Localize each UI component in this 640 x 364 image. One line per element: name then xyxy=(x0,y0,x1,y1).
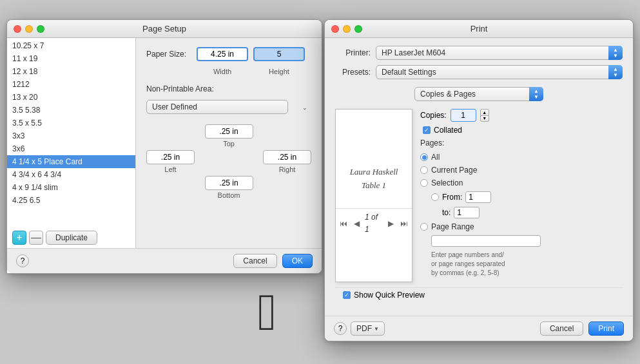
page-range-input[interactable] xyxy=(431,235,541,247)
radio-from-to[interactable] xyxy=(431,193,439,201)
last-page-button[interactable]: ⏭ xyxy=(399,218,409,229)
close-button[interactable] xyxy=(14,25,21,33)
page-setup-help-button[interactable]: ? xyxy=(16,254,29,267)
print-cancel-button[interactable]: Cancel xyxy=(540,321,583,336)
paper-list-item[interactable]: 4 1/4 x 5 Place Card xyxy=(7,155,135,168)
presets-label: Presets: xyxy=(335,68,371,77)
paper-list-item[interactable]: 4.25 6.5 xyxy=(7,194,135,207)
quick-preview-checkbox[interactable]: ✓ xyxy=(343,291,351,299)
copies-stepper: ▲ ▼ xyxy=(480,109,489,122)
to-input[interactable] xyxy=(454,207,480,218)
radio-page-range-row: Page Range xyxy=(420,222,623,231)
minimize-button[interactable] xyxy=(25,25,33,33)
printer-select[interactable]: HP LaserJet M604 xyxy=(376,46,623,60)
paper-list-item[interactable]: 11 x 19 xyxy=(7,52,135,65)
remove-paper-button[interactable]: — xyxy=(29,231,43,245)
radio-selection[interactable] xyxy=(420,179,428,187)
pages-label: Pages: xyxy=(420,139,623,148)
copies-increment-button[interactable]: ▲ xyxy=(480,109,489,116)
lr-margin-row: Left Right xyxy=(146,150,311,173)
print-traffic-lights xyxy=(331,25,362,33)
bottom-margin-input[interactable] xyxy=(205,176,253,190)
height-label: Height xyxy=(253,68,305,75)
prev-page-button[interactable]: ◀ xyxy=(353,218,361,229)
collated-label: Collated xyxy=(434,126,462,135)
presets-select[interactable]: Default Settings xyxy=(376,65,623,79)
from-row: From: xyxy=(431,191,623,203)
left-margin-input[interactable] xyxy=(146,150,195,164)
print-nav: ⏮ ◀ 1 of 1 ▶ ⏭ xyxy=(336,208,412,238)
non-printable-select-wrapper: User Defined xyxy=(146,100,311,114)
hint-text: Enter page numbers and/or page ranges se… xyxy=(431,251,623,278)
pdf-label: PDF xyxy=(356,324,372,333)
presets-row: Presets: Default Settings ▲▼ xyxy=(335,65,623,79)
paper-list-item[interactable]: 3.5 5.38 xyxy=(7,104,135,117)
printer-row: Printer: HP LaserJet M604 ▲▼ xyxy=(335,46,623,60)
top-margin-row: Top xyxy=(146,124,311,148)
paper-list-item[interactable]: 3x6 xyxy=(7,142,135,155)
maximize-button[interactable] xyxy=(37,25,44,33)
paper-list-item[interactable]: 3x3 xyxy=(7,129,135,142)
non-printable-select[interactable]: User Defined xyxy=(146,100,288,114)
add-paper-button[interactable]: + xyxy=(12,231,26,245)
left-margin-group: Left xyxy=(146,150,195,173)
first-page-button[interactable]: ⏮ xyxy=(338,218,349,229)
radio-current-row: Current Page xyxy=(420,166,623,175)
right-margin-label: Right xyxy=(279,166,296,173)
from-input[interactable] xyxy=(465,191,491,203)
paper-list-item[interactable]: 12 x 18 xyxy=(7,65,135,78)
apple-logo:  xyxy=(258,287,276,338)
collated-row: ✓ Collated xyxy=(423,126,623,135)
copies-pages-select[interactable]: Copies & Pages xyxy=(414,87,543,101)
radio-all-row: All xyxy=(420,153,623,162)
print-help-button[interactable]: ? xyxy=(334,322,347,335)
radio-page-range[interactable] xyxy=(420,223,428,231)
duplicate-button[interactable]: Duplicate xyxy=(46,231,97,245)
paper-list-item[interactable]: 1212 xyxy=(7,78,135,91)
print-titlebar: Print xyxy=(325,20,633,38)
from-label: From: xyxy=(442,193,462,202)
paper-list-item[interactable]: 3.5 x 5.5 xyxy=(7,117,135,129)
printer-label: Printer: xyxy=(335,48,371,57)
presets-select-wrapper: Default Settings ▲▼ xyxy=(376,65,623,79)
paper-settings-panel: Paper Size: Width Height Non-Printable A… xyxy=(136,38,322,273)
list-controls: + — Duplicate xyxy=(12,231,97,245)
radio-current-page[interactable] xyxy=(420,166,428,174)
collated-checkbox[interactable]: ✓ xyxy=(423,126,431,134)
ok-button[interactable]: OK xyxy=(282,254,313,268)
radio-all-label: All xyxy=(431,153,440,162)
non-printable-label: Non-Printable Area: xyxy=(146,84,311,93)
printer-select-wrapper: HP LaserJet M604 ▲▼ xyxy=(376,46,623,60)
bottom-margin-row: Bottom xyxy=(146,176,311,199)
pdf-button[interactable]: PDF ▼ xyxy=(351,321,385,336)
right-margin-input[interactable] xyxy=(263,150,311,164)
print-minimize-button[interactable] xyxy=(343,25,351,33)
print-maximize-button[interactable] xyxy=(354,25,362,33)
page-setup-titlebar: Page Setup xyxy=(7,20,322,38)
copies-input[interactable] xyxy=(451,109,476,122)
paper-width-input[interactable] xyxy=(197,47,248,61)
top-margin-label: Top xyxy=(223,140,235,148)
radio-page-range-label: Page Range xyxy=(431,222,474,231)
paper-height-input[interactable] xyxy=(253,47,305,61)
bottom-margin-group: Bottom xyxy=(205,176,253,199)
size-sublabels: Width Height xyxy=(197,68,311,75)
cancel-button[interactable]: Cancel xyxy=(233,254,276,268)
paper-list-item[interactable]: 10.25 x 7 xyxy=(7,39,135,52)
paper-list-item[interactable]: 4 x 9 1/4 slim xyxy=(7,181,135,194)
print-close-button[interactable] xyxy=(331,25,339,33)
page-setup-window: Page Setup 10.25 x 711 x 1912 x 18121213… xyxy=(6,19,322,274)
width-label: Width xyxy=(197,68,248,75)
copies-decrement-button[interactable]: ▼ xyxy=(480,116,489,122)
next-page-button[interactable]: ▶ xyxy=(387,218,395,229)
radio-all[interactable] xyxy=(420,153,428,161)
left-margin-label: Left xyxy=(164,166,176,173)
print-preview-panel: Laura Haskell Table 1 ⏮ ◀ 1 of 1 ▶ ⏭ xyxy=(335,109,412,282)
print-footer-actions: Cancel Print xyxy=(540,321,624,336)
radio-current-label: Current Page xyxy=(431,166,477,175)
paper-list-item[interactable]: 4 3/4 x 6 4 3/4 xyxy=(7,168,135,181)
top-margin-input[interactable] xyxy=(205,124,253,139)
paper-list-item[interactable]: 13 x 20 xyxy=(7,91,135,104)
print-window: Print Printer: HP LaserJet M604 ▲▼ Prese… xyxy=(324,19,634,341)
print-button[interactable]: Print xyxy=(588,321,624,336)
